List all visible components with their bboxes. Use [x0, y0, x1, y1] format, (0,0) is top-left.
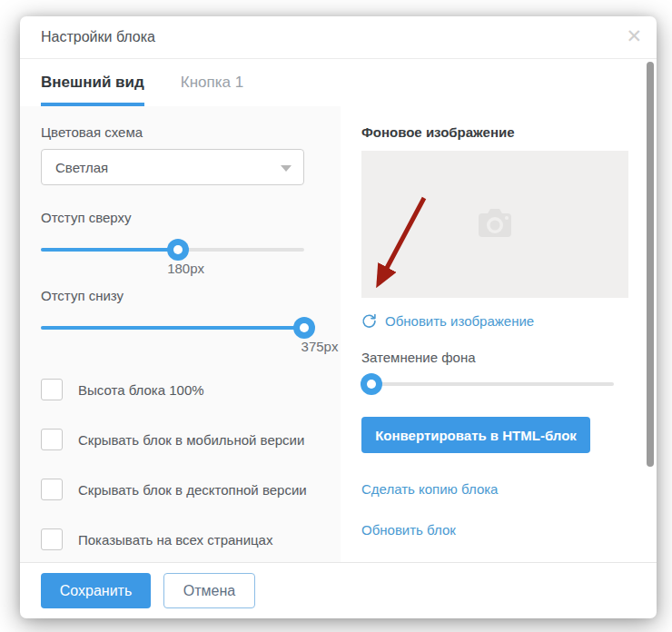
checkbox-box[interactable]	[41, 379, 63, 400]
camera-icon	[475, 208, 515, 241]
checkbox-label: Скрывать блок в десктопной версии	[78, 482, 307, 498]
dimming-label: Затемнение фона	[361, 350, 629, 365]
copy-block-link[interactable]: Сделать копию блока	[361, 481, 629, 497]
tab-button-1[interactable]: Кнопка 1	[181, 59, 243, 106]
tab-bar: Внешний вид Кнопка 1	[20, 59, 657, 106]
checkbox-label: Высота блока 100%	[78, 382, 204, 398]
background-image-heading: Фоновое изображение	[361, 124, 629, 140]
padding-top-slider[interactable]	[41, 239, 304, 261]
cancel-button[interactable]: Отмена	[163, 573, 255, 608]
modal-header: Настройки блока ✕	[20, 16, 657, 59]
padding-bottom-value: 375px	[301, 339, 339, 354]
padding-top-value: 180px	[167, 261, 204, 276]
slider-fill	[41, 326, 304, 330]
dimming-slider[interactable]	[361, 373, 614, 395]
color-scheme-value: Светлая	[55, 160, 108, 175]
update-image-link-text: Обновить изображение	[385, 313, 534, 329]
background-image-placeholder[interactable]	[361, 151, 628, 298]
close-icon[interactable]: ✕	[626, 26, 642, 45]
checkbox-group: Высота блока 100% Скрывать блок в мобиль…	[41, 379, 320, 550]
padding-top-label: Отступ сверху	[41, 210, 320, 225]
padding-bottom-label: Отступ снизу	[41, 288, 320, 303]
checkbox-box[interactable]	[41, 429, 63, 450]
dimming-slider-handle[interactable]	[361, 373, 382, 395]
update-image-link[interactable]: Обновить изображение	[361, 313, 629, 329]
checkbox-box[interactable]	[41, 479, 63, 500]
update-block-link[interactable]: Обновить блок	[361, 522, 629, 538]
modal-footer: Сохранить Отмена	[20, 562, 657, 618]
padding-top-slider-handle[interactable]	[167, 239, 189, 261]
padding-bottom-slider[interactable]	[41, 317, 304, 339]
color-scheme-select[interactable]: Светлая	[41, 149, 304, 185]
checkbox-label: Показывать на всех страницах	[78, 532, 272, 548]
checkbox-hide-desktop[interactable]: Скрывать блок в десктопной версии	[41, 479, 320, 500]
padding-bottom-slider-handle[interactable]	[293, 317, 315, 339]
chevron-down-icon	[281, 165, 292, 172]
checkbox-show-all-pages[interactable]: Показывать на всех страницах	[41, 528, 320, 550]
checkbox-hide-mobile[interactable]: Скрывать блок в мобильной версии	[41, 429, 320, 450]
padding-top-value-row: 180px	[41, 261, 320, 281]
left-settings-panel: Цветовая схема Светлая Отступ сверху 180…	[20, 106, 341, 562]
refresh-icon	[361, 313, 377, 329]
save-button[interactable]: Сохранить	[41, 573, 151, 608]
modal-body: Цветовая схема Светлая Отступ сверху 180…	[20, 106, 657, 562]
convert-to-html-button[interactable]: Конвертировать в HTML-блок	[361, 417, 590, 453]
slider-track[interactable]	[361, 382, 614, 386]
block-settings-modal: Настройки блока ✕ Внешний вид Кнопка 1 Ц…	[20, 16, 657, 618]
checkbox-label: Скрывать блок в мобильной версии	[78, 432, 304, 448]
modal-title: Настройки блока	[41, 29, 155, 45]
checkbox-block-height-100[interactable]: Высота блока 100%	[41, 379, 320, 400]
right-settings-panel: Фоновое изображение	[341, 106, 657, 562]
color-scheme-label: Цветовая схема	[41, 124, 320, 140]
checkbox-box[interactable]	[41, 528, 63, 550]
tab-appearance[interactable]: Внешний вид	[41, 59, 144, 106]
padding-bottom-value-row: 375px	[41, 339, 320, 359]
scrollbar-thumb[interactable]	[647, 62, 654, 467]
slider-fill	[41, 248, 178, 252]
